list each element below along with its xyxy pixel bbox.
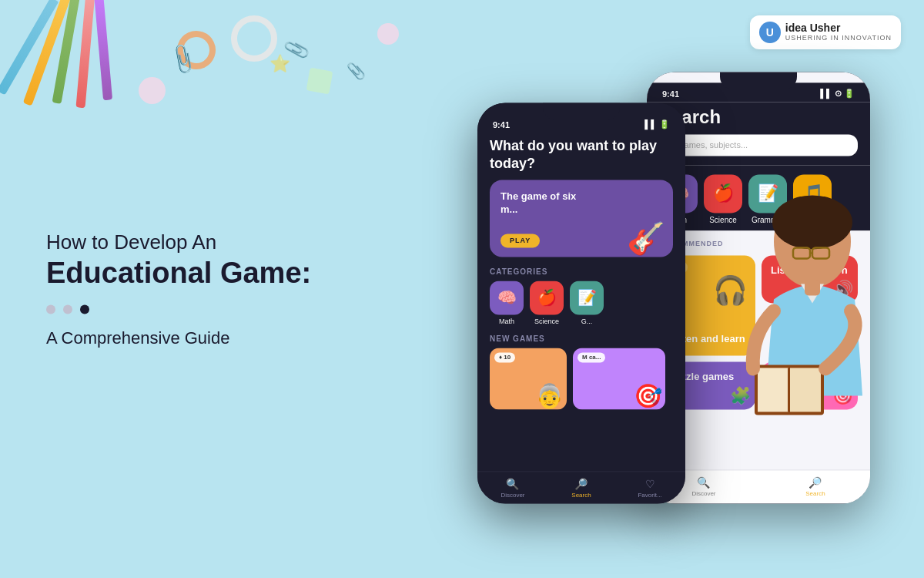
home-discover-label: Discover (500, 492, 524, 499)
dot-1 (46, 304, 55, 314)
search-bar[interactable]: Games, subjects... (659, 134, 858, 156)
logo-brand: idea Usher (785, 22, 892, 34)
cat-other[interactable]: 📝 G... (570, 281, 604, 325)
greeting-text: What do you want to play today? (490, 137, 673, 173)
page-guide: A Comprehensive Guide (46, 328, 311, 348)
home-nav-discover[interactable]: 🔍 Discover (500, 478, 524, 499)
home-nav-favorites[interactable]: ♡ Favorit... (638, 478, 661, 499)
cat-other-label: G... (581, 318, 593, 325)
search-input-placeholder: Games, subjects... (678, 140, 748, 150)
cat-science-label: Science (534, 318, 559, 325)
featured-card[interactable]: The game of six m... PLAY 🎸 (490, 180, 673, 257)
logo-icon: U (759, 22, 781, 43)
search-notch (720, 72, 797, 89)
new-games-row: ♦ 10 👵 M ca... 🎯 (477, 348, 685, 409)
home-favorites-icon: ♡ (645, 478, 655, 490)
categories-row: 🧠 Math 🍎 Science 📝 G... (477, 281, 685, 331)
new-games-label: NEW GAMES (477, 331, 685, 348)
svg-rect-9 (805, 280, 820, 295)
dot-3 (80, 304, 89, 314)
phones-container: 9:41 ▌▌ ⊙ 🔋 Search Games, subjects... 🧠 … (477, 56, 878, 503)
logo: U idea Usher USHERING IN INNOVATION (750, 15, 901, 49)
search-signal: ▌▌ ⊙ 🔋 (820, 89, 855, 99)
new-game-1[interactable]: ♦ 10 👵 (490, 348, 567, 409)
home-search-label: Search (571, 492, 591, 499)
new-game-1-char: 👵 (535, 382, 564, 409)
home-time: 9:41 (493, 120, 510, 129)
svg-rect-6 (758, 368, 788, 412)
page-title: Educational Game: (46, 257, 311, 290)
home-signal: ▌▌ 🔋 (644, 119, 670, 129)
new-game-2-char: 🎯 (634, 382, 662, 409)
home-header: What do you want to play today? (477, 133, 685, 180)
cat-other-icon: 📝 (570, 281, 604, 314)
left-content: How to Develop An Educational Game: A Co… (46, 230, 311, 348)
new-game-2-badge: M ca... (578, 352, 605, 362)
search-time: 9:41 (662, 89, 679, 99)
home-bottom-nav: 🔍 Discover 🔎 Search ♡ Favorit... (477, 471, 685, 503)
page-subtitle: How to Develop An (46, 230, 311, 254)
search-title: Search (659, 106, 858, 128)
svg-rect-7 (790, 368, 821, 412)
cat-math-icon: 🧠 (490, 281, 524, 314)
new-game-2[interactable]: M ca... 🎯 (573, 348, 665, 409)
home-screen: 9:41 ▌▌ 🔋 What do you want to play today… (477, 102, 685, 503)
home-discover-icon: 🔍 (506, 478, 519, 490)
logo-icon-letter: U (766, 26, 774, 39)
dot-indicators (46, 304, 311, 314)
dot-2 (63, 304, 72, 314)
new-game-1-badge: ♦ 10 (494, 352, 515, 362)
kid-svg (693, 180, 878, 503)
logo-text: idea Usher USHERING IN INNOVATION (785, 22, 892, 42)
cat-math[interactable]: 🧠 Math (490, 281, 524, 325)
home-nav-search[interactable]: 🔎 Search (571, 478, 591, 499)
cat-math-label: Math (499, 318, 514, 325)
home-search-icon: 🔎 (574, 478, 588, 490)
categories-label: CATEGORIES (477, 264, 685, 281)
cat-science-icon: 🍎 (530, 281, 564, 314)
cat-science[interactable]: 🍎 Science (530, 281, 564, 325)
featured-character: 🎸 (627, 220, 665, 257)
kid-photo (685, 156, 886, 503)
phone-home: 9:41 ▌▌ 🔋 What do you want to play today… (477, 102, 685, 503)
home-notch (543, 102, 620, 119)
play-button[interactable]: PLAY (500, 234, 540, 247)
svg-point-1 (772, 195, 852, 249)
featured-title: The game of six m... (500, 190, 593, 217)
home-favorites-label: Favorit... (638, 492, 661, 499)
logo-tagline: USHERING IN INNOVATION (785, 35, 892, 42)
